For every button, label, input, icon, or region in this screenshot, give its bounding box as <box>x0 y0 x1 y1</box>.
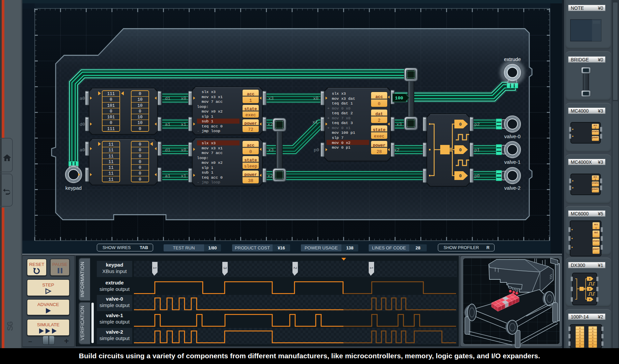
svg-text:0: 0 <box>579 333 581 336</box>
svg-text:0: 0 <box>592 327 593 330</box>
svg-text:state: state <box>593 240 599 242</box>
svg-text:0: 0 <box>579 342 581 345</box>
svg-text:acc: acc <box>594 223 598 226</box>
svg-text:0: 0 <box>579 345 581 348</box>
svg-text:----: ---- <box>593 185 598 187</box>
svg-text:acc: acc <box>593 176 597 178</box>
svg-text:----: ---- <box>593 191 598 193</box>
svg-text:0: 0 <box>592 342 593 345</box>
svg-text:0: 0 <box>589 298 591 301</box>
svg-text:----: ---- <box>593 133 598 135</box>
svg-text:----: ---- <box>593 139 598 142</box>
svg-text:0: 0 <box>589 287 591 291</box>
svg-text:0: 0 <box>579 330 581 333</box>
svg-text:0: 0 <box>592 330 593 333</box>
svg-text:0: 0 <box>579 339 581 342</box>
svg-text:state: state <box>592 182 599 184</box>
svg-text:0: 0 <box>579 336 581 339</box>
svg-text:dat: dat <box>594 232 598 234</box>
svg-text:----: ---- <box>593 243 599 246</box>
svg-text:0: 0 <box>592 345 593 348</box>
svg-text:acc: acc <box>593 124 597 127</box>
svg-text:0: 0 <box>595 179 596 181</box>
svg-text:0: 0 <box>592 333 593 336</box>
svg-text:0: 0 <box>579 327 581 330</box>
svg-text:0: 0 <box>595 127 596 129</box>
svg-text:0: 0 <box>592 339 593 342</box>
svg-text:power: power <box>592 188 599 190</box>
svg-text:0: 0 <box>589 277 591 280</box>
svg-text:0: 0 <box>592 336 593 339</box>
svg-text:----: ---- <box>593 235 599 238</box>
svg-text:power: power <box>593 248 599 250</box>
svg-text:----: ---- <box>593 252 599 254</box>
svg-text:state: state <box>592 130 599 133</box>
svg-text:0: 0 <box>595 227 597 230</box>
svg-text:power: power <box>592 136 599 139</box>
